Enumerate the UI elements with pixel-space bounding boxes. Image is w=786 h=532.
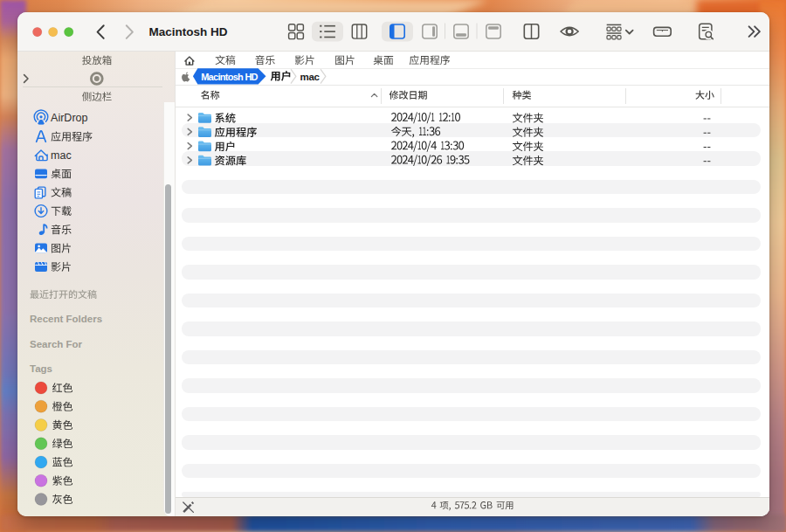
svg-text:mac: mac — [300, 72, 321, 82]
svg-text:Recent Folders: Recent Folders — [30, 314, 102, 324]
svg-text:Macintosh HD: Macintosh HD — [149, 25, 228, 38]
svg-text:AirDrop: AirDrop — [51, 112, 87, 124]
svg-text:Search For: Search For — [30, 339, 83, 349]
svg-text:Tags: Tags — [30, 363, 52, 374]
svg-text:mac: mac — [51, 149, 72, 162]
svg-text:Macintosh HD: Macintosh HD — [201, 72, 258, 82]
